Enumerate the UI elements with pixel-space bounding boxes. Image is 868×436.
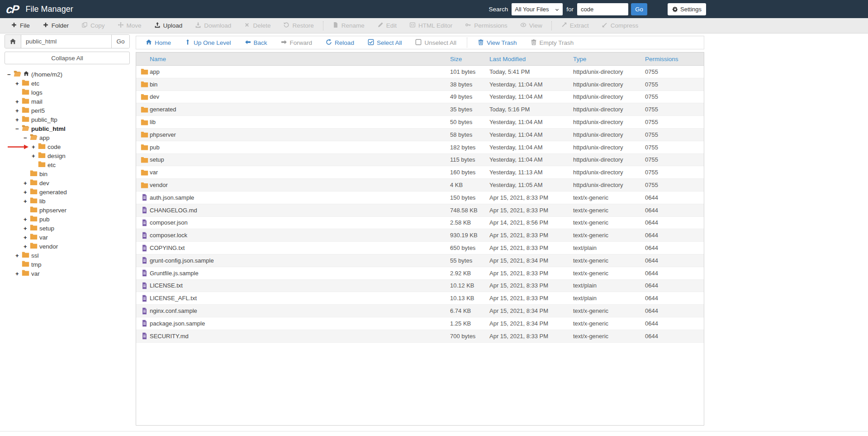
tree-node-lib[interactable]: +lib bbox=[5, 196, 130, 206]
tree-node-phpserver[interactable]: phpserver bbox=[5, 206, 130, 215]
up-one-level-button[interactable]: Up One Level bbox=[178, 39, 238, 47]
file-permissions: 0644 bbox=[645, 295, 704, 302]
column-header-last-modified[interactable]: Last Modified bbox=[489, 56, 573, 62]
tree-node-bin[interactable]: bin bbox=[5, 169, 130, 178]
collapse-all-button[interactable]: Collapse All bbox=[5, 52, 130, 64]
table-row[interactable]: CHANGELOG.md748.58 KBApr 15, 2021, 8:33 … bbox=[136, 204, 704, 217]
tree-node-etc[interactable]: etc bbox=[5, 160, 130, 169]
file-name: vendor bbox=[150, 182, 450, 188]
column-header-permissions[interactable]: Permissions bbox=[645, 56, 704, 62]
search-scope-select[interactable]: All Your Files bbox=[512, 3, 563, 15]
collapse-icon[interactable]: − bbox=[24, 134, 30, 141]
path-go-button[interactable]: Go bbox=[111, 35, 129, 48]
expand-icon[interactable]: + bbox=[24, 180, 30, 187]
tree-node-public_html[interactable]: −public_html bbox=[5, 124, 130, 133]
tree-node-etc[interactable]: +etc bbox=[5, 79, 130, 88]
file-icon bbox=[136, 332, 150, 340]
reload-button[interactable]: Reload bbox=[319, 39, 361, 47]
table-row[interactable]: dev49 bytesYesterday, 11:04 AMhttpd/unix… bbox=[136, 91, 704, 104]
column-header-name[interactable]: Name bbox=[150, 56, 450, 62]
expand-icon[interactable]: + bbox=[15, 107, 22, 114]
table-row[interactable]: var160 bytesYesterday, 11:13 AMhttpd/uni… bbox=[136, 166, 704, 179]
column-header-size[interactable]: Size bbox=[450, 56, 489, 62]
table-row[interactable]: SECURITY.md700 bytesApr 15, 2021, 8:33 P… bbox=[136, 330, 704, 343]
tree-node-var[interactable]: +var bbox=[5, 233, 130, 242]
file-button[interactable]: File bbox=[5, 18, 36, 33]
expand-icon[interactable]: + bbox=[15, 98, 22, 105]
tree-node-logs[interactable]: logs bbox=[5, 88, 130, 97]
expand-icon[interactable]: + bbox=[15, 116, 22, 123]
upload-button[interactable]: Upload bbox=[148, 18, 189, 33]
forward-button: Forward bbox=[274, 39, 319, 47]
tree-node-label: bin bbox=[39, 171, 47, 177]
table-row[interactable]: phpserver58 bytesYesterday, 11:04 AMhttp… bbox=[136, 129, 704, 141]
tree-node-public_ftp[interactable]: +public_ftp bbox=[5, 115, 130, 124]
back-label: Back bbox=[254, 39, 267, 46]
tree-node-app[interactable]: −app bbox=[5, 133, 130, 142]
home-button[interactable]: Home bbox=[139, 39, 178, 47]
tree-node-generated[interactable]: +generated bbox=[5, 187, 130, 196]
expand-icon[interactable]: + bbox=[24, 189, 30, 196]
search-input[interactable] bbox=[577, 3, 628, 15]
folder-button[interactable]: Folder bbox=[36, 18, 75, 33]
table-row[interactable]: lib50 bytesYesterday, 11:04 AMhttpd/unix… bbox=[136, 116, 704, 129]
expand-icon[interactable]: + bbox=[24, 243, 30, 250]
view-trash-button[interactable]: View Trash bbox=[471, 39, 524, 47]
expand-icon[interactable]: + bbox=[32, 144, 38, 150]
back-button[interactable]: Back bbox=[238, 39, 274, 47]
file-permissions: 0755 bbox=[645, 144, 704, 151]
tree-node-homem2[interactable]: −(/home/m2) bbox=[5, 70, 130, 79]
expand-icon[interactable]: + bbox=[24, 225, 30, 232]
file-icon bbox=[136, 320, 150, 327]
file-modified: Apr 15, 2021, 8:33 PM bbox=[489, 282, 573, 289]
expand-icon[interactable]: + bbox=[15, 80, 22, 87]
table-row[interactable]: grunt-config.json.sample55 bytesApr 15, … bbox=[136, 254, 704, 267]
restore-icon bbox=[283, 22, 289, 29]
table-row[interactable]: package.json.sample1.25 KBApr 15, 2021, … bbox=[136, 317, 704, 330]
tree-node-var[interactable]: +var bbox=[5, 269, 130, 278]
table-row[interactable]: LICENSE.txt10.12 KBApr 15, 2021, 8:33 PM… bbox=[136, 280, 704, 292]
tree-node-setup[interactable]: +setup bbox=[5, 224, 130, 233]
tree-node-tmp[interactable]: tmp bbox=[5, 260, 130, 269]
expand-icon[interactable]: + bbox=[15, 270, 22, 277]
table-row[interactable]: app101 bytesToday, 5:41 PMhttpd/unix-dir… bbox=[136, 66, 704, 78]
table-row[interactable]: composer.lock930.19 KBApr 15, 2021, 8:33… bbox=[136, 229, 704, 242]
table-row[interactable]: setup115 bytesYesterday, 11:04 AMhttpd/u… bbox=[136, 154, 704, 167]
expand-icon[interactable]: + bbox=[24, 198, 30, 205]
folder-icon bbox=[38, 152, 47, 160]
expand-icon[interactable]: + bbox=[24, 216, 30, 223]
expand-icon[interactable]: + bbox=[24, 234, 30, 241]
expand-icon[interactable]: + bbox=[32, 153, 38, 159]
file-permissions: 0644 bbox=[645, 219, 704, 226]
table-row[interactable]: auth.json.sample150 bytesApr 15, 2021, 8… bbox=[136, 192, 704, 204]
collapse-icon[interactable]: − bbox=[15, 125, 22, 132]
table-row[interactable]: generated35 bytesToday, 5:16 PMhttpd/uni… bbox=[136, 103, 704, 116]
path-input[interactable] bbox=[21, 35, 111, 48]
table-row[interactable]: vendor4 KBYesterday, 11:05 AMhttpd/unix-… bbox=[136, 179, 704, 192]
table-row[interactable]: nginx.conf.sample6.74 KBApr 15, 2021, 8:… bbox=[136, 305, 704, 317]
table-row[interactable]: composer.json2.58 KBApr 14, 2021, 8:56 P… bbox=[136, 217, 704, 230]
tree-node-ssl[interactable]: +ssl bbox=[5, 251, 130, 260]
select-all-button[interactable]: Select All bbox=[361, 39, 409, 47]
table-row[interactable]: COPYING.txt650 bytesApr 15, 2021, 8:33 P… bbox=[136, 242, 704, 254]
tree-node-vendor[interactable]: +vendor bbox=[5, 242, 130, 251]
tree-node-perl5[interactable]: +perl5 bbox=[5, 106, 130, 115]
tree-node-code[interactable]: +code bbox=[5, 142, 130, 151]
expand-icon[interactable]: + bbox=[15, 252, 22, 259]
table-row[interactable]: bin38 bytesYesterday, 11:04 AMhttpd/unix… bbox=[136, 78, 704, 91]
column-header-type[interactable]: Type bbox=[573, 56, 645, 62]
tree-node-design[interactable]: +design bbox=[5, 151, 130, 160]
collapse-icon[interactable]: − bbox=[7, 71, 14, 78]
file-icon bbox=[136, 232, 150, 239]
table-row[interactable]: Gruntfile.js.sample2.92 KBApr 15, 2021, … bbox=[136, 267, 704, 280]
table-row[interactable]: pub182 bytesYesterday, 11:04 AMhttpd/uni… bbox=[136, 141, 704, 154]
tree-node-mail[interactable]: +mail bbox=[5, 97, 130, 106]
delete-icon bbox=[244, 22, 250, 29]
tree-node-dev[interactable]: +dev bbox=[5, 178, 130, 187]
tree-node-pub[interactable]: +pub bbox=[5, 215, 130, 224]
select-all-label: Select All bbox=[377, 39, 402, 46]
path-home-button[interactable] bbox=[5, 35, 21, 48]
settings-button[interactable]: Settings bbox=[668, 3, 706, 15]
search-go-button[interactable]: Go bbox=[631, 3, 647, 15]
table-row[interactable]: LICENSE_AFL.txt10.13 KBApr 15, 2021, 8:3… bbox=[136, 292, 704, 305]
